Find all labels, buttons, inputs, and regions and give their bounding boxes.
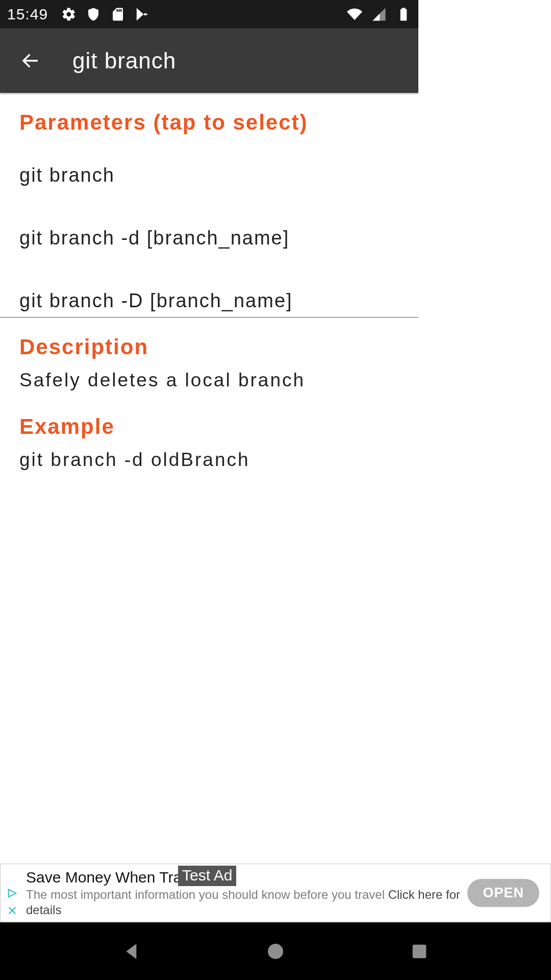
- description-heading: Description: [0, 317, 418, 359]
- parameter-item[interactable]: git branch -D [branch_name]: [0, 270, 418, 317]
- gear-icon: [61, 7, 77, 22]
- parameters-heading: Parameters (tap to select): [0, 93, 418, 135]
- cell-signal-icon: [371, 7, 387, 22]
- description-text: Safely deletes a local branch: [0, 359, 418, 391]
- main-content: Parameters (tap to select) git branch gi…: [0, 93, 418, 628]
- shield-icon: [86, 7, 101, 22]
- example-heading: Example: [0, 391, 418, 439]
- parameters-list: git branch git branch -d [branch_name] g…: [0, 135, 418, 317]
- status-clock: 15:49: [7, 6, 48, 23]
- status-left: 15:49: [7, 6, 150, 23]
- parameter-item[interactable]: git branch: [0, 144, 418, 207]
- arrow-left-icon: [20, 50, 41, 71]
- back-button[interactable]: [18, 48, 43, 73]
- wifi-icon: [347, 7, 362, 22]
- app-bar: git branch: [0, 28, 418, 93]
- example-text: git branch -d oldBranch: [0, 439, 418, 471]
- sd-card-icon: [110, 7, 126, 22]
- status-right: [347, 7, 411, 22]
- battery-icon: [396, 7, 411, 22]
- play-store-icon: [135, 7, 150, 22]
- parameter-item[interactable]: git branch -d [branch_name]: [0, 207, 418, 270]
- status-bar: 15:49: [0, 0, 418, 28]
- app-bar-title: git branch: [72, 48, 176, 74]
